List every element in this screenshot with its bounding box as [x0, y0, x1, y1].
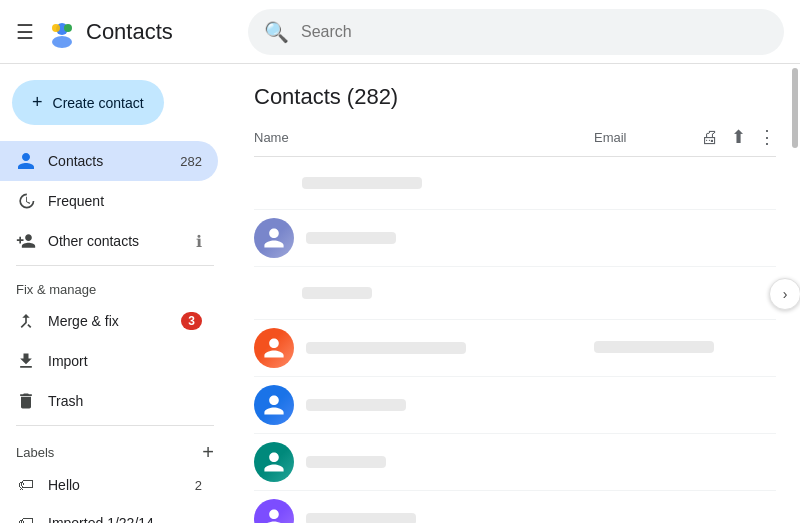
- create-contact-label: Create contact: [53, 95, 144, 111]
- export-icon[interactable]: ⬆: [731, 126, 746, 148]
- chevron-right-icon: ›: [783, 286, 788, 302]
- sidebar-item-label-imported[interactable]: 🏷 Imported 1/22/14: [0, 504, 218, 523]
- contact-name-blurred: [306, 513, 416, 523]
- sidebar-divider-2: [16, 425, 214, 426]
- label-hello-count: 2: [195, 478, 202, 493]
- svg-point-3: [64, 24, 72, 32]
- search-input[interactable]: [301, 23, 768, 41]
- content-title: Contacts: [254, 84, 341, 110]
- contacts-label: Contacts: [48, 153, 168, 169]
- labels-label: Labels: [16, 445, 54, 460]
- avatar: [254, 328, 294, 368]
- contact-name-cell: [254, 499, 594, 523]
- contact-email-blurred: [594, 341, 714, 353]
- contact-name-blurred: [306, 456, 386, 468]
- content-area: Contacts (282) Name Email 🖨 ⬆ ⋮: [230, 64, 800, 523]
- contact-name-blurred: [302, 177, 422, 189]
- contact-name-cell: [254, 218, 594, 258]
- person-add-icon: [16, 231, 36, 251]
- person-icon: [16, 151, 36, 171]
- merge-label: Merge & fix: [48, 313, 169, 329]
- add-label-button[interactable]: +: [202, 442, 214, 462]
- avatar: [254, 499, 294, 523]
- search-icon: 🔍: [264, 20, 289, 44]
- labels-section-header: Labels +: [0, 430, 230, 466]
- fix-manage-label: Fix & manage: [0, 270, 230, 301]
- import-label: Import: [48, 353, 202, 369]
- menu-icon[interactable]: ☰: [16, 20, 34, 44]
- avatar: [254, 442, 294, 482]
- table-row[interactable]: [254, 210, 776, 267]
- table-row[interactable]: [254, 377, 776, 434]
- app-logo: Contacts: [46, 16, 173, 48]
- history-icon: [16, 191, 36, 211]
- other-contacts-label: Other contacts: [48, 233, 184, 249]
- contact-name-cell: [254, 165, 594, 201]
- contact-name-blurred: [302, 287, 372, 299]
- sidebar-divider-1: [16, 265, 214, 266]
- column-email-header: Email: [594, 130, 701, 145]
- plus-icon: +: [32, 92, 43, 113]
- contact-email-cell: [594, 340, 776, 356]
- merge-badge: 3: [181, 312, 202, 330]
- column-actions: 🖨 ⬆ ⋮: [701, 126, 776, 148]
- svg-point-4: [52, 24, 60, 32]
- contacts-count: 282: [180, 154, 202, 169]
- table-row[interactable]: [254, 491, 776, 523]
- scrollbar-thumb: [792, 68, 798, 148]
- label-hello-text: Hello: [48, 477, 183, 493]
- contact-name-blurred: [306, 342, 466, 354]
- contact-name-cell: [254, 442, 594, 482]
- contact-name-blurred: [306, 399, 406, 411]
- sidebar-item-merge[interactable]: Merge & fix 3: [0, 301, 218, 341]
- app-header: ☰ Contacts 🔍: [0, 0, 800, 64]
- table-row[interactable]: [254, 434, 776, 491]
- header-left: ☰ Contacts: [16, 16, 236, 48]
- sidebar-item-contacts[interactable]: Contacts 282: [0, 141, 218, 181]
- main-layout: + Create contact Contacts 282 Frequent O…: [0, 64, 800, 523]
- collapse-sidebar-button[interactable]: ›: [769, 278, 800, 310]
- sidebar-item-other-contacts[interactable]: Other contacts ℹ: [0, 221, 218, 261]
- label-icon-hello: 🏷: [16, 476, 36, 494]
- search-bar[interactable]: 🔍: [248, 9, 784, 55]
- label-imported-text: Imported 1/22/14: [48, 515, 202, 523]
- import-icon: [16, 351, 36, 371]
- merge-icon: [16, 311, 36, 331]
- contact-name-cell: [254, 328, 594, 368]
- sidebar-item-label-hello[interactable]: 🏷 Hello 2: [0, 466, 218, 504]
- sidebar-item-import[interactable]: Import: [0, 341, 218, 381]
- avatar: [254, 385, 294, 425]
- app-title-text: Contacts: [86, 19, 173, 45]
- label-icon-imported: 🏷: [16, 514, 36, 523]
- contact-name-cell: [254, 275, 594, 311]
- svg-point-2: [52, 36, 72, 48]
- table-row[interactable]: [254, 320, 776, 377]
- contact-name-blurred: [306, 232, 396, 244]
- sidebar-item-trash[interactable]: Trash: [0, 381, 218, 421]
- column-name-header: Name: [254, 130, 594, 145]
- table-row[interactable]: [254, 157, 776, 210]
- sidebar: + Create contact Contacts 282 Frequent O…: [0, 64, 230, 523]
- more-options-icon[interactable]: ⋮: [758, 126, 776, 148]
- table-header: Name Email 🖨 ⬆ ⋮: [254, 118, 776, 157]
- trash-label: Trash: [48, 393, 202, 409]
- trash-icon: [16, 391, 36, 411]
- content-count: (282): [347, 84, 398, 110]
- contact-name-cell: [254, 385, 594, 425]
- content-header: Contacts (282): [254, 64, 776, 118]
- table-row[interactable]: [254, 267, 776, 320]
- frequent-label: Frequent: [48, 193, 202, 209]
- avatar: [254, 218, 294, 258]
- sidebar-item-frequent[interactable]: Frequent: [0, 181, 218, 221]
- print-icon[interactable]: 🖨: [701, 127, 719, 148]
- other-contacts-info-icon: ℹ: [196, 232, 202, 251]
- contacts-logo-icon: [46, 16, 78, 48]
- create-contact-button[interactable]: + Create contact: [12, 80, 164, 125]
